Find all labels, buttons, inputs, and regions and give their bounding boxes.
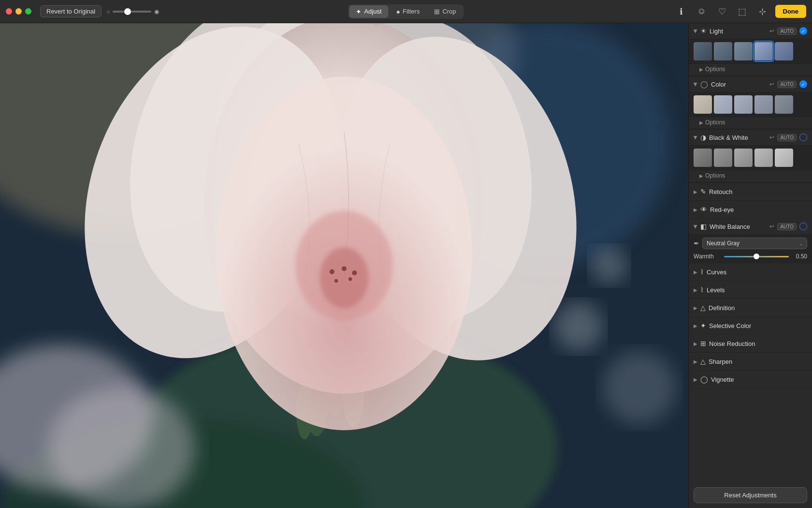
light-thumb-4[interactable] [754,42,773,60]
vignette-icon: ◯ [700,375,708,383]
light-options-row[interactable]: ▶ Options [689,64,812,76]
warmth-row: Warmth 0.50 [694,253,807,260]
color-thumb-5[interactable] [775,95,793,114]
bw-thumb-1[interactable] [694,149,712,167]
noise-reduction-title: Noise Reduction [709,340,807,347]
curves-section[interactable]: ▶ ⌇ Curves [689,263,812,281]
warmth-slider[interactable] [724,256,789,257]
color-options-arrow-icon: ▶ [699,120,703,125]
redeye-icon: 👁 [700,206,707,213]
bw-thumb-3[interactable] [734,149,753,167]
noise-reduction-icon: ⊞ [700,340,706,347]
color-section-header[interactable]: ▶ ◯ Color ↩ AUTO ✓ [689,76,812,92]
brightness-high-icon: ◉ [154,8,159,15]
photo-canvas [0,23,688,508]
color-thumb-4[interactable] [754,95,773,114]
light-auto-badge[interactable]: AUTO [777,28,797,35]
tab-filters[interactable]: ● Filters [390,5,427,18]
light-thumb-3[interactable] [734,42,753,60]
wb-circle[interactable] [799,223,807,230]
selective-color-section[interactable]: ▶ ✦ Selective Color [689,317,812,335]
wb-icon: ◧ [700,223,707,230]
bw-circle[interactable] [799,134,807,141]
window-close-btn[interactable] [6,8,12,15]
light-options-label: Options [705,66,725,73]
definition-title: Definition [709,304,807,312]
bw-section: ▶ ◑ Black & White ↩ AUTO ▶ Options [689,130,812,183]
retouch-section[interactable]: ▶ ✎ Retouch [689,183,812,201]
eyedropper-icon[interactable]: ✒ [694,239,699,247]
svg-point-22 [330,269,334,274]
color-options-row[interactable]: ▶ Options [689,117,812,129]
brightness-low-icon: ○ [106,8,110,15]
revert-button[interactable]: Revert to Original [40,5,102,17]
selective-color-icon: ✦ [700,322,706,329]
svg-point-29 [554,302,603,351]
warmth-thumb [754,254,759,259]
color-revert-icon[interactable]: ↩ [769,81,774,88]
done-button[interactable]: Done [775,5,807,18]
light-title: Light [710,28,769,35]
color-auto-badge[interactable]: AUTO [777,81,797,88]
color-check[interactable]: ✓ [799,80,807,88]
wb-mode-value: Neutral Gray [707,240,740,247]
redeye-section[interactable]: ▶ 👁 Red-eye [689,201,812,219]
svg-point-25 [334,279,338,283]
light-check[interactable]: ✓ [799,27,807,35]
more-button[interactable]: ⊹ [755,4,770,19]
favorites-button[interactable]: ♡ [714,4,730,19]
wb-auto-badge[interactable]: AUTO [777,223,797,230]
face-button[interactable]: ☺ [694,4,710,19]
slider-thumb [124,8,131,15]
sharpen-section[interactable]: ▶ △ Sharpen [689,353,812,371]
levels-section[interactable]: ▶ ⌇ Levels [689,281,812,299]
definition-section[interactable]: ▶ △ Definition [689,299,812,317]
retouch-icon: ✎ [700,188,706,195]
bw-thumb-4[interactable] [754,149,773,167]
wb-section: ▶ ◧ White Balance ↩ AUTO ✒ Neutral Gray … [689,219,812,263]
definition-icon: △ [700,304,706,312]
color-title: Color [711,81,769,88]
window-maximize-btn[interactable] [25,8,31,15]
light-actions: ↩ AUTO ✓ [769,27,807,35]
filters-icon: ● [396,8,400,15]
vignette-section[interactable]: ▶ ◯ Vignette [689,371,812,388]
bw-thumb-5[interactable] [775,149,793,167]
light-thumb-1[interactable] [694,42,712,60]
wb-chevron: ▶ [693,224,698,228]
wb-mode-dropdown[interactable]: Neutral Gray ⌄ [702,238,807,249]
noise-reduction-section[interactable]: ▶ ⊞ Noise Reduction [689,335,812,353]
selective-color-chevron: ▶ [694,323,697,329]
info-button[interactable]: ℹ [674,4,689,19]
light-thumb-2[interactable] [714,42,732,60]
color-thumb-1[interactable] [694,95,712,114]
share-button[interactable]: ⬚ [735,4,750,19]
tab-crop[interactable]: ⊞ Crop [427,5,463,18]
light-thumb-5[interactable] [775,42,793,60]
color-options-label: Options [705,119,725,126]
reset-adjustments-button[interactable]: Reset Adjustments [694,487,807,503]
curves-title: Curves [707,269,807,276]
bw-options-arrow-icon: ▶ [699,173,703,179]
wb-title: White Balance [710,223,769,230]
light-section-header[interactable]: ▶ ☀ Light ↩ AUTO ✓ [689,23,812,39]
flower-image [0,23,688,508]
bw-options-label: Options [705,172,725,179]
wb-section-header[interactable]: ▶ ◧ White Balance ↩ AUTO [689,219,812,235]
color-thumb-3[interactable] [734,95,753,114]
wb-revert-icon[interactable]: ↩ [769,223,774,230]
window-minimize-btn[interactable] [15,8,22,15]
svg-point-24 [352,270,357,275]
light-revert-icon[interactable]: ↩ [769,28,774,34]
bw-thumb-2[interactable] [714,149,732,167]
bw-revert-icon[interactable]: ↩ [769,134,774,141]
brightness-slider[interactable] [113,11,151,13]
noise-reduction-chevron: ▶ [694,341,697,346]
bw-options-row[interactable]: ▶ Options [689,170,812,182]
bw-section-header[interactable]: ▶ ◑ Black & White ↩ AUTO [689,130,812,146]
color-thumb-2[interactable] [714,95,732,114]
tab-adjust[interactable]: ✦ Adjust [349,5,388,18]
color-actions: ↩ AUTO ✓ [769,80,807,88]
bw-chevron: ▶ [693,135,698,139]
bw-auto-badge[interactable]: AUTO [777,134,797,141]
